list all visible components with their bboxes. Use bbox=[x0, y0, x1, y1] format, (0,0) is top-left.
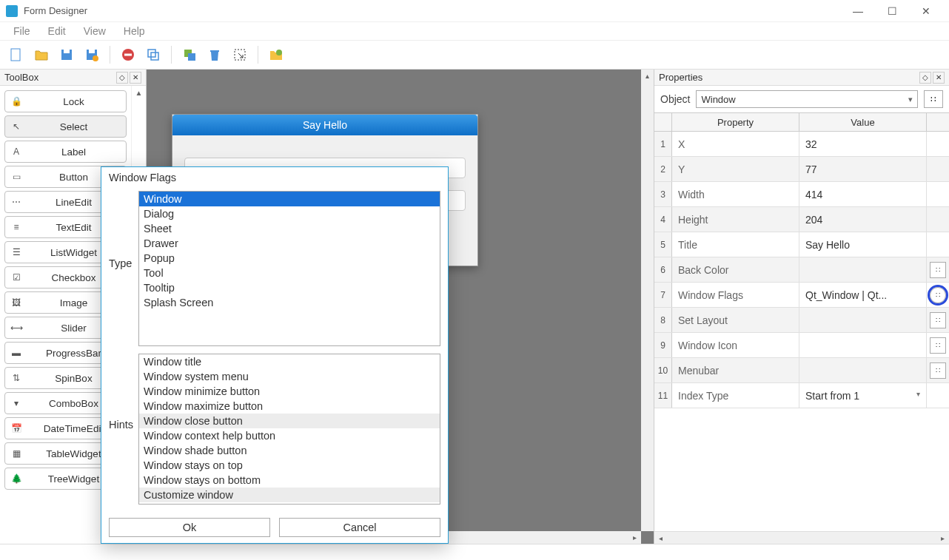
hint-option[interactable]: Window stays on top bbox=[139, 458, 440, 473]
minimize-button[interactable]: — bbox=[841, 0, 875, 22]
property-value[interactable]: Qt_Window | Qt... bbox=[799, 283, 927, 307]
open-project-icon[interactable] bbox=[266, 44, 286, 65]
property-row-index: 4 bbox=[654, 207, 672, 232]
property-value[interactable]: 32 bbox=[799, 132, 927, 156]
cancel-button[interactable]: Cancel bbox=[279, 518, 440, 537]
toolbox-close-icon[interactable]: ✕ bbox=[130, 72, 141, 84]
property-value[interactable]: 414 bbox=[799, 182, 927, 206]
toolbox-item-label: Label bbox=[26, 146, 121, 158]
scroll-right-icon[interactable]: ▸ bbox=[628, 531, 641, 544]
toolbox-item-label[interactable]: ALabel bbox=[4, 141, 127, 163]
hint-option[interactable]: Window system menu bbox=[139, 369, 440, 384]
hint-option[interactable]: Window shade button bbox=[139, 443, 440, 458]
hint-option[interactable]: Window maximize button bbox=[139, 399, 440, 414]
slider-icon: ⟷ bbox=[10, 322, 23, 334]
property-row[interactable]: 1X32 bbox=[654, 132, 949, 157]
property-value[interactable]: Say Hello bbox=[799, 232, 927, 257]
property-row[interactable]: 11Index TypeStart from 1 bbox=[654, 383, 949, 408]
property-more-button[interactable]: ∷ bbox=[930, 337, 946, 354]
scroll-right-icon[interactable]: ▸ bbox=[936, 532, 949, 544]
hint-option[interactable]: Window close button bbox=[139, 414, 440, 428]
scroll-up-icon[interactable]: ▲ bbox=[132, 86, 146, 99]
property-row[interactable]: 10Menubar∷ bbox=[654, 358, 949, 383]
object-more-button[interactable]: ∷ bbox=[924, 90, 943, 108]
type-option[interactable]: Drawer bbox=[139, 236, 440, 251]
open-folder-icon[interactable] bbox=[31, 44, 52, 65]
property-value[interactable] bbox=[799, 257, 927, 282]
property-name: Set Layout bbox=[672, 308, 799, 332]
toolbar-separator bbox=[171, 46, 172, 64]
maximize-button[interactable]: ☐ bbox=[875, 0, 909, 22]
type-option[interactable]: Tool bbox=[139, 266, 440, 280]
delete-icon[interactable] bbox=[118, 44, 138, 65]
property-value[interactable]: 77 bbox=[799, 157, 927, 181]
property-row-index: 10 bbox=[654, 358, 672, 382]
property-value[interactable]: Start from 1 bbox=[799, 383, 927, 408]
toolbox-item-select[interactable]: ↖Select bbox=[4, 115, 127, 138]
type-option[interactable]: Tooltip bbox=[139, 280, 440, 295]
property-value[interactable] bbox=[799, 308, 927, 332]
toolbox-header: ToolBox ◇ ✕ bbox=[0, 70, 146, 86]
type-option[interactable]: Popup bbox=[139, 251, 440, 266]
dialog-title: Window Flags bbox=[101, 167, 448, 188]
property-row[interactable]: 2Y77 bbox=[654, 157, 949, 182]
property-more-button[interactable]: ∷ bbox=[930, 287, 946, 303]
hint-option[interactable]: Window context help button bbox=[139, 428, 440, 443]
property-row-index: 3 bbox=[654, 182, 672, 206]
property-row[interactable]: 9Window Icon∷ bbox=[654, 333, 949, 358]
trash-icon[interactable] bbox=[204, 44, 225, 65]
save-as-icon[interactable] bbox=[81, 44, 102, 65]
type-label: Type bbox=[109, 191, 138, 269]
toolbox-item-lock[interactable]: 🔒Lock bbox=[4, 90, 127, 112]
property-more-button[interactable]: ∷ bbox=[930, 312, 946, 328]
hint-option[interactable]: Window title bbox=[139, 354, 440, 369]
toolbox-float-icon[interactable]: ◇ bbox=[116, 72, 128, 84]
property-value[interactable] bbox=[799, 333, 927, 357]
type-option[interactable]: Sheet bbox=[139, 221, 440, 236]
property-row[interactable]: 3Width414 bbox=[654, 182, 949, 207]
properties-scrollbar-horizontal[interactable]: ◂ ▸ bbox=[654, 531, 949, 544]
type-option[interactable]: Splash Screen bbox=[139, 295, 440, 310]
property-row[interactable]: 4Height204 bbox=[654, 207, 949, 232]
type-option[interactable]: Window bbox=[139, 192, 440, 206]
property-value[interactable] bbox=[799, 358, 927, 382]
window-titlebar: Form Designer — ☐ ✕ bbox=[0, 0, 949, 22]
hint-option[interactable]: Window stays on bottom bbox=[139, 473, 440, 488]
menu-help[interactable]: Help bbox=[116, 24, 152, 38]
property-more-button[interactable]: ∷ bbox=[930, 362, 946, 379]
menu-view[interactable]: View bbox=[76, 24, 113, 38]
scroll-up-icon[interactable]: ▴ bbox=[641, 70, 654, 82]
scroll-left-icon[interactable]: ◂ bbox=[654, 532, 667, 544]
property-row[interactable]: 6Back Color∷ bbox=[654, 257, 949, 283]
property-name: Title bbox=[672, 232, 799, 257]
save-icon[interactable] bbox=[56, 44, 77, 65]
hints-label: Hints bbox=[109, 354, 138, 431]
duplicate-icon[interactable] bbox=[143, 44, 164, 65]
new-file-icon[interactable] bbox=[6, 44, 27, 65]
close-button[interactable]: ✕ bbox=[909, 0, 943, 22]
property-row-index: 1 bbox=[654, 132, 672, 156]
ok-button[interactable]: Ok bbox=[109, 518, 270, 537]
send-back-icon[interactable] bbox=[179, 44, 200, 65]
properties-table-header: Property Value bbox=[654, 112, 949, 132]
toolbox-item-label: Select bbox=[26, 121, 121, 132]
hints-list[interactable]: Window titleWindow system menuWindow min… bbox=[138, 354, 440, 505]
object-select[interactable]: Window bbox=[696, 90, 918, 108]
menu-edit[interactable]: Edit bbox=[41, 24, 73, 38]
property-name: Height bbox=[672, 207, 799, 232]
hint-option[interactable]: Window minimize button bbox=[139, 384, 440, 399]
property-row-index: 11 bbox=[654, 383, 672, 408]
property-row[interactable]: 8Set Layout∷ bbox=[654, 308, 949, 333]
property-more-button[interactable]: ∷ bbox=[930, 262, 946, 278]
type-option[interactable]: Dialog bbox=[139, 206, 440, 221]
type-list[interactable]: WindowDialogSheetDrawerPopupToolTooltipS… bbox=[138, 191, 440, 346]
select-all-icon[interactable] bbox=[229, 44, 250, 65]
hint-option[interactable]: Customize window bbox=[139, 488, 440, 502]
properties-float-icon[interactable]: ◇ bbox=[919, 72, 931, 84]
property-row[interactable]: 7Window FlagsQt_Window | Qt...∷ bbox=[654, 283, 949, 308]
properties-close-icon[interactable]: ✕ bbox=[933, 72, 945, 84]
property-value[interactable]: 204 bbox=[799, 207, 927, 232]
menu-file[interactable]: File bbox=[6, 24, 38, 38]
canvas-scrollbar-vertical[interactable]: ▴ bbox=[641, 70, 654, 531]
property-row[interactable]: 5TitleSay Hello bbox=[654, 232, 949, 257]
